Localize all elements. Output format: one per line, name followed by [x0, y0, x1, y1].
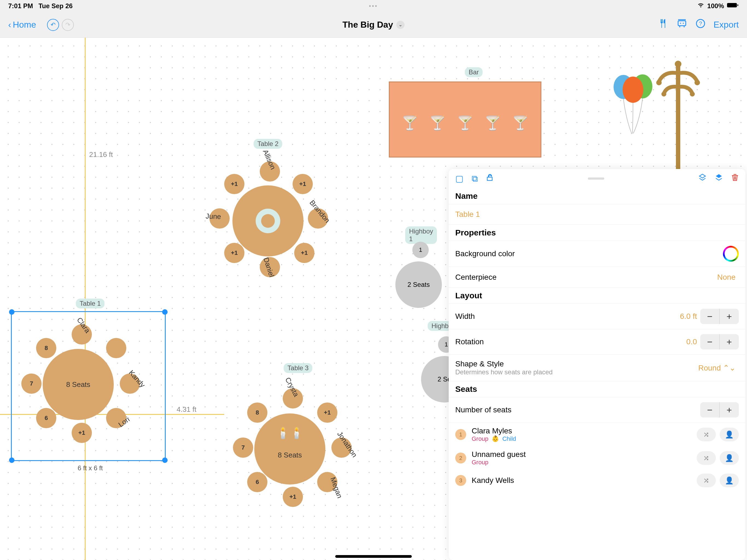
shape-value[interactable]: Round ⌃⌄ [698, 363, 736, 373]
svg-point-11 [695, 80, 700, 85]
seat-text: 6 [256, 479, 259, 486]
svg-rect-2 [678, 21, 686, 26]
svg-point-14 [675, 61, 681, 67]
horizontal-guide-label: 4.31 ft [177, 405, 196, 414]
width-label: Width [455, 312, 680, 321]
svg-rect-0 [727, 3, 737, 7]
chevron-down-icon: ⌄ [396, 21, 404, 29]
seat-text: +1 [299, 180, 306, 187]
svg-text:?: ? [699, 21, 702, 27]
bar-label[interactable]: Bar [465, 67, 483, 77]
copy-icon[interactable]: ▢ [455, 173, 463, 184]
guest-name: Clara Myles [472, 427, 691, 435]
child-icon: 👶 [492, 435, 499, 442]
rotation-stepper[interactable]: − + [700, 334, 739, 350]
guest-name: Kandy Wells [472, 476, 691, 485]
vertical-guide-label: 21.16 ft [89, 150, 113, 159]
send-backward-icon[interactable] [715, 173, 723, 184]
rotation-decrement-button[interactable]: − [700, 334, 719, 350]
table-3-label: Table 3 [284, 363, 312, 373]
seat-text: +1 [324, 409, 331, 416]
toolbar: ‹ Home ↶ ↷ The Big Day ⌄ ? Export [0, 12, 747, 38]
seat-text: 7 [241, 444, 245, 451]
shape-label: Shape & Style [455, 360, 698, 368]
redo-button: ↷ [62, 19, 74, 31]
properties-panel[interactable]: ▢ ⧉ Name Table 1 Properties Background c… [449, 169, 745, 560]
seat-text: +1 [301, 249, 308, 256]
width-decrement-button[interactable]: − [700, 309, 719, 324]
seats-decrement-button[interactable]: − [700, 402, 719, 417]
guest-row[interactable]: 3 Kandy Wells ⤮ 👤 [449, 470, 745, 491]
martini-icon: 🍸 [457, 115, 473, 131]
seat-text: +1 [78, 429, 85, 436]
rotation-value[interactable]: 0.0 [686, 337, 697, 346]
shuffle-seat-button[interactable]: ⤮ [697, 474, 716, 487]
background-color-row[interactable]: Background color [449, 240, 745, 267]
undo-button[interactable]: ↶ [47, 19, 59, 31]
multitask-dots[interactable]: ••• [369, 3, 378, 9]
table-3[interactable]: Table 3 8 Seats 🕯️🕯️ Crysta +1 Jonathon … [227, 363, 369, 533]
seat-text: +1 [231, 180, 238, 187]
document-title-button[interactable]: The Big Day ⌄ [343, 20, 405, 30]
remove-guest-button[interactable]: 👤 [720, 451, 739, 465]
number-of-seats-label: Number of seats [455, 406, 700, 414]
lock-icon[interactable] [486, 174, 494, 184]
width-unit: ft [693, 312, 697, 321]
delete-icon[interactable] [731, 173, 739, 184]
width-value[interactable]: 6.0 [680, 312, 691, 321]
furniture-icon[interactable] [676, 19, 687, 31]
paste-icon[interactable]: ⧉ [472, 174, 478, 184]
export-button[interactable]: Export [714, 20, 739, 30]
width-stepper[interactable]: − + [700, 309, 739, 324]
table-3-seats-text: 8 Seats [278, 451, 302, 459]
home-label: Home [13, 20, 36, 30]
coat-rack-decoration[interactable] [651, 57, 705, 173]
rotation-increment-button[interactable]: + [720, 334, 739, 350]
width-row: Width 6.0 ft − + [449, 304, 745, 329]
svg-point-12 [662, 92, 666, 97]
bar-object[interactable]: 🍸 🍸 🍸 🍸 🍸 [389, 81, 541, 157]
guest-group-tag[interactable]: Group [472, 435, 488, 442]
catering-icon[interactable] [659, 19, 668, 31]
seat: 1 [412, 242, 429, 258]
shuffle-seat-button[interactable]: ⤮ [697, 451, 716, 465]
balloons-decoration[interactable] [610, 71, 653, 137]
chevron-left-icon: ‹ [8, 20, 11, 30]
updown-icon: ⌃⌄ [723, 364, 736, 372]
seat-text: 6 [45, 414, 48, 422]
centerpiece-row[interactable]: Centerpiece None [449, 267, 745, 288]
bring-forward-icon[interactable] [698, 173, 706, 184]
home-indicator[interactable] [335, 555, 412, 558]
guest-row[interactable]: 2 Unnamed guest Group ⤮ 👤 [449, 446, 745, 470]
seats-stepper[interactable]: − + [700, 402, 739, 417]
remove-guest-button[interactable]: 👤 [720, 428, 739, 441]
home-button[interactable]: ‹ Home [8, 20, 36, 30]
shape-style-row[interactable]: Shape & Style Determines how seats are p… [449, 355, 745, 381]
seats-increment-button[interactable]: + [720, 402, 739, 417]
svg-point-13 [690, 92, 695, 97]
wifi-icon [697, 2, 705, 10]
table-2-label: Table 2 [254, 139, 282, 149]
guest-seat-number: 2 [455, 453, 466, 463]
table-1[interactable]: Table 1 6 ft x 6 ft 8 Seats Clara Kandy … [14, 295, 167, 470]
guest-group-tag[interactable]: Group [472, 459, 488, 466]
panel-drag-handle[interactable] [588, 177, 604, 180]
seat-text: +1 [231, 249, 238, 256]
seat-text: +1 [289, 493, 296, 501]
remove-guest-button[interactable]: 👤 [720, 474, 739, 487]
guest-row[interactable]: 1 Clara Myles Group 👶 Child ⤮ 👤 [449, 423, 745, 446]
table-2[interactable]: Table 2 8 Seats Allison +1 Brandon +1 Da… [208, 139, 328, 292]
name-value[interactable]: Table 1 [455, 210, 480, 219]
width-increment-button[interactable]: + [720, 309, 739, 324]
highboy-1[interactable]: Highboy 1 1 2 Seats [391, 226, 451, 325]
help-icon[interactable]: ? [696, 19, 705, 31]
name-field-row[interactable]: Table 1 [449, 204, 745, 225]
shuffle-seat-button[interactable]: ⤮ [697, 428, 716, 441]
battery-icon [727, 2, 739, 10]
name-section-header: Name [449, 188, 745, 204]
color-picker-button[interactable] [723, 246, 739, 262]
document-title: The Big Day [343, 20, 393, 30]
svg-point-9 [623, 77, 643, 103]
seat-label: June [205, 212, 221, 221]
highboy-table: 2 Seats [395, 261, 442, 308]
